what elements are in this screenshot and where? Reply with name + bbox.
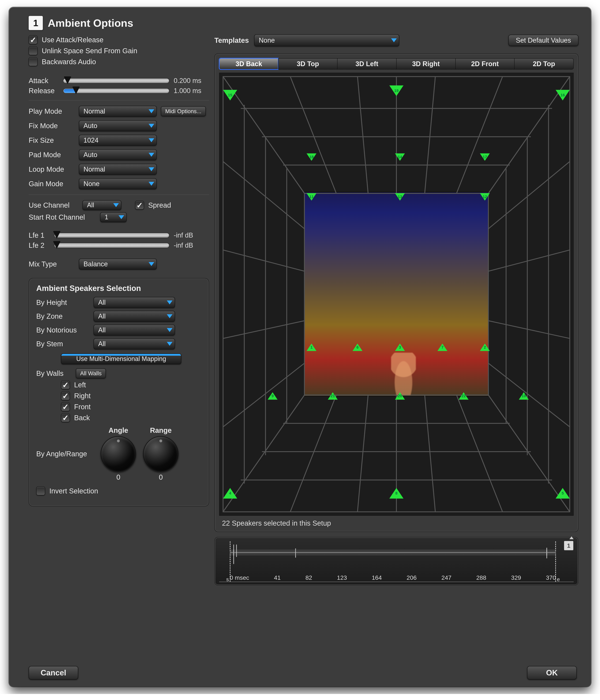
fix-size-select[interactable]: 1024 (79, 135, 157, 146)
by-height-select[interactable]: All (94, 297, 175, 308)
all-walls-button[interactable]: All Walls (76, 368, 106, 378)
release-slider[interactable] (63, 88, 170, 94)
svg-line-25 (425, 77, 435, 193)
wall-back-checkbox[interactable] (61, 413, 70, 422)
speaker-scene[interactable]: 15191618141711131216372921202210485 (219, 73, 574, 516)
wall-front-checkbox[interactable] (61, 402, 70, 411)
waveform-tick: 41 (274, 574, 281, 581)
speaker-marker-8[interactable]: 8 (389, 488, 403, 499)
range-value: 0 (159, 473, 163, 481)
cancel-button[interactable]: Cancel (29, 666, 78, 679)
attack-label: Attack (29, 77, 59, 85)
speaker-marker-15[interactable]: 15 (223, 90, 237, 100)
chevron-down-icon (149, 124, 154, 128)
speaker-marker-22[interactable]: 22 (459, 392, 469, 400)
wall-left-label: Left (74, 381, 86, 389)
start-rot-select[interactable]: 1 (100, 212, 127, 222)
play-mode-select[interactable]: Normal (79, 106, 157, 117)
speaker-marker-1[interactable]: 1 (306, 344, 317, 351)
speaker-marker-7[interactable]: 7 (438, 344, 447, 351)
chevron-down-icon (149, 138, 154, 142)
attack-slider[interactable] (63, 78, 170, 83)
wall-back-label: Back (74, 414, 90, 422)
set-default-values-button[interactable]: Set Default Values (508, 35, 578, 46)
ambient-speakers-panel: Ambient Speakers Selection By Height All… (29, 278, 209, 506)
speaker-marker-18[interactable]: 18 (306, 153, 317, 161)
speaker-marker-21[interactable]: 21 (328, 392, 338, 400)
svg-line-35 (489, 363, 570, 427)
spread-checkbox[interactable] (135, 201, 144, 209)
range-knob[interactable] (143, 436, 178, 472)
speaker-marker-19[interactable]: 19 (389, 85, 403, 96)
gain-mode-select[interactable]: None (79, 178, 157, 189)
wall-right-label: Right (74, 392, 91, 400)
speaker-marker-10[interactable]: 10 (519, 392, 529, 400)
angle-knob[interactable] (101, 436, 136, 472)
view-tab-2d-front[interactable]: 2D Front (455, 58, 515, 70)
view-tab-3d-left[interactable]: 3D Left (337, 58, 396, 70)
view-tab-2d-top[interactable]: 2D Top (514, 58, 574, 70)
wall-right-checkbox[interactable] (61, 391, 70, 400)
waveform-tick: 123 (337, 574, 347, 581)
midi-options-button[interactable]: Midi Options... (161, 106, 206, 116)
ambient-speakers-title: Ambient Speakers Selection (36, 284, 201, 293)
templates-select[interactable]: None (254, 34, 399, 46)
mix-type-select[interactable]: Balance (79, 258, 157, 270)
view-tab-3d-right[interactable]: 3D Right (396, 58, 455, 70)
invert-selection-label: Invert Selection (49, 487, 98, 495)
fix-mode-select[interactable]: Auto (79, 120, 157, 131)
view-tabs: 3D Back3D Top3D Left3D Right2D Front2D T… (219, 58, 574, 70)
speaker-marker-9[interactable]: 9 (268, 392, 278, 400)
templates-label: Templates (215, 36, 249, 44)
speaker-marker-6[interactable]: 6 (353, 344, 362, 351)
speaker-marker-13[interactable]: 13 (395, 193, 405, 201)
loop-mode-select[interactable]: Normal (79, 164, 157, 175)
use-attack-release-checkbox[interactable] (29, 35, 38, 44)
backwards-audio-checkbox[interactable] (29, 57, 38, 66)
ok-button[interactable]: OK (527, 666, 577, 679)
backwards-audio-label: Backwards Audio (42, 58, 96, 66)
gain-mode-label: Gain Mode (29, 180, 75, 188)
speaker-marker-17[interactable]: 17 (480, 153, 490, 161)
by-notorious-select[interactable]: All (94, 325, 175, 335)
by-walls-label: By Walls (36, 370, 72, 377)
right-column: Templates None Set Default Values 3D Bac… (215, 33, 578, 585)
lfe2-slider[interactable] (54, 243, 170, 248)
speaker-marker-14[interactable]: 14 (395, 153, 405, 161)
speaker-marker-4[interactable]: 4 (223, 488, 237, 499)
speaker-marker-16[interactable]: 16 (556, 90, 570, 100)
range-label: Range (150, 426, 172, 434)
lfe2-value: -inf dB (174, 242, 209, 249)
lfe1-slider[interactable] (54, 233, 170, 238)
speaker-marker-3[interactable]: 3 (395, 344, 405, 351)
wall-left-checkbox[interactable] (61, 380, 70, 389)
svg-line-30 (223, 250, 304, 271)
multi-dimensional-mapping-button[interactable]: Use Multi-Dimensional Mapping (61, 353, 181, 364)
speaker-marker-12[interactable]: 12 (480, 193, 490, 201)
speaker-marker-5[interactable]: 5 (556, 488, 570, 499)
speaker-marker-11[interactable]: 11 (306, 193, 317, 201)
invert-selection-checkbox[interactable] (36, 486, 45, 495)
waveform-tick: 370 (546, 574, 556, 581)
chevron-down-icon (149, 109, 154, 113)
waveform-menu-icon[interactable] (569, 536, 574, 539)
speaker-marker-2[interactable]: 2 (480, 344, 490, 351)
pad-mode-select[interactable]: Auto (79, 149, 157, 160)
release-label: Release (29, 87, 59, 95)
view-tab-3d-back[interactable]: 3D Back (219, 58, 278, 70)
mix-type-label: Mix Type (29, 260, 75, 268)
unlink-space-checkbox[interactable] (29, 46, 38, 55)
chevron-down-icon (113, 203, 119, 207)
waveform-tick: 0 msec (230, 574, 249, 581)
view-tab-3d-top[interactable]: 3D Top (278, 58, 337, 70)
by-stem-label: By Stem (36, 340, 89, 348)
by-zone-select[interactable]: All (94, 311, 175, 322)
by-notorious-label: By Notorious (36, 326, 89, 334)
waveform-ticks: 0 msec4182123164206247288329370 (230, 574, 556, 582)
waveform-area[interactable]: 0 msec4182123164206247288329370 s e (219, 541, 574, 582)
by-stem-select[interactable]: All (94, 338, 175, 349)
use-channel-select[interactable]: All (82, 200, 121, 210)
view-frame: 3D Back3D Top3D Left3D Right2D Front2D T… (215, 53, 578, 532)
speaker-marker-20[interactable]: 20 (395, 392, 405, 400)
chevron-down-icon (149, 262, 154, 266)
